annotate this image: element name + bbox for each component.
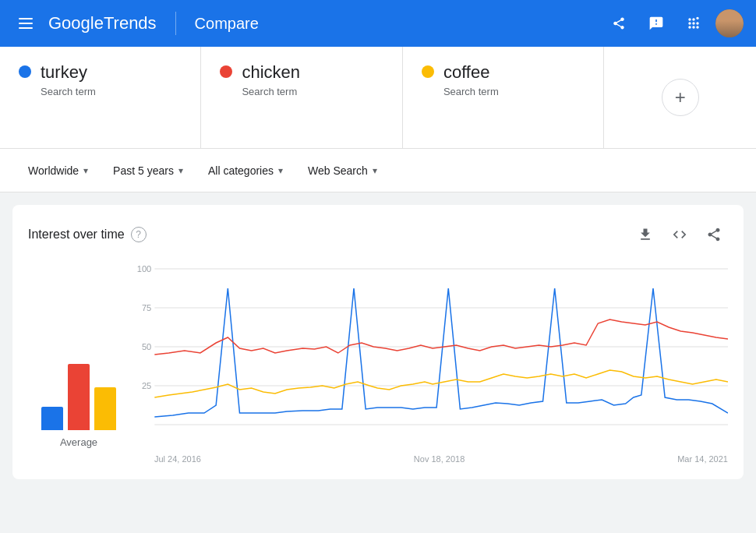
trend-chart: 100 75 50 25 <box>129 261 728 448</box>
chart-area: Average 100 75 50 25 <box>28 261 728 464</box>
chicken-dot <box>220 65 232 78</box>
search-terms-bar: turkey Search term chicken Search term c… <box>0 47 756 149</box>
chart-graph: 100 75 50 25 Jul 24, 2016 Nov 18, 2018 M… <box>129 261 728 464</box>
turkey-type: Search term <box>41 86 96 97</box>
chart-header: Interest over time ? <box>28 221 728 249</box>
svg-rect-1 <box>19 23 33 24</box>
coffee-type: Search term <box>443 86 499 97</box>
filters-bar: Worldwide ▾ Past 5 years ▾ All categorie… <box>0 149 756 192</box>
menu-icon[interactable] <box>12 9 39 39</box>
share-chart-button[interactable] <box>700 221 728 249</box>
logo-google: Google <box>48 13 104 34</box>
chicken-info: chicken Search term <box>242 62 300 97</box>
search-type-filter-chevron: ▾ <box>373 165 377 176</box>
region-filter-chevron: ▾ <box>83 165 88 176</box>
chicken-name: chicken <box>242 62 300 83</box>
avatar[interactable] <box>715 9 744 37</box>
chart-legend: Average <box>28 352 129 464</box>
coffee-info: coffee Search term <box>443 62 499 97</box>
svg-text:50: 50 <box>142 342 151 351</box>
feedback-button[interactable] <box>641 8 672 39</box>
search-type-filter[interactable]: Web Search ▾ <box>299 158 387 183</box>
svg-rect-2 <box>19 27 33 29</box>
x-label-1: Jul 24, 2016 <box>154 454 201 464</box>
x-label-2: Nov 18, 2018 <box>414 454 465 464</box>
header-divider <box>175 12 176 35</box>
region-filter[interactable]: Worldwide ▾ <box>19 158 97 183</box>
legend-label: Average <box>60 436 97 448</box>
svg-rect-0 <box>19 18 33 19</box>
apps-button[interactable] <box>678 8 709 39</box>
search-term-coffee[interactable]: coffee Search term <box>403 47 604 148</box>
legend-bar-turkey <box>41 407 63 430</box>
time-filter-label: Past 5 years <box>113 164 174 177</box>
chart-title-row: Interest over time ? <box>28 227 147 242</box>
category-filter-chevron: ▾ <box>278 165 283 176</box>
time-filter-chevron: ▾ <box>178 165 183 176</box>
help-icon[interactable]: ? <box>131 227 147 242</box>
x-axis-labels: Jul 24, 2016 Nov 18, 2018 Mar 14, 2021 <box>129 451 728 464</box>
chart-section: Interest over time ? <box>12 205 744 479</box>
category-filter[interactable]: All categories ▾ <box>199 158 292 183</box>
share-button[interactable] <box>603 8 634 39</box>
x-label-3: Mar 14, 2021 <box>677 454 728 464</box>
legend-bar-chicken <box>68 364 90 430</box>
legend-bars <box>41 352 116 430</box>
search-term-turkey[interactable]: turkey Search term <box>0 47 201 148</box>
chart-actions <box>631 221 728 249</box>
add-term-cell[interactable]: + <box>604 47 756 148</box>
legend-bar-coffee <box>94 387 116 430</box>
svg-text:75: 75 <box>142 303 151 312</box>
logo: Google Trends <box>48 13 157 34</box>
time-filter[interactable]: Past 5 years ▾ <box>104 158 193 183</box>
category-filter-label: All categories <box>208 164 274 177</box>
turkey-dot <box>19 65 31 78</box>
chicken-line <box>154 319 728 355</box>
svg-text:100: 100 <box>137 264 152 274</box>
header: Google Trends Compare <box>0 0 756 47</box>
chicken-type: Search term <box>242 86 300 97</box>
coffee-dot <box>422 65 434 78</box>
turkey-info: turkey Search term <box>41 62 96 97</box>
download-button[interactable] <box>631 221 659 249</box>
search-type-filter-label: Web Search <box>308 164 368 177</box>
embed-button[interactable] <box>666 221 694 249</box>
search-term-chicken[interactable]: chicken Search term <box>201 47 402 148</box>
svg-text:25: 25 <box>142 381 151 390</box>
chart-title: Interest over time <box>28 228 125 242</box>
main-content: Interest over time ? <box>0 192 756 492</box>
add-term-button[interactable]: + <box>662 79 699 116</box>
header-icons <box>603 8 744 39</box>
logo-trends: Trends <box>104 13 157 34</box>
page-title: Compare <box>195 15 259 33</box>
turkey-name: turkey <box>41 62 96 83</box>
coffee-name: coffee <box>443 62 499 83</box>
region-filter-label: Worldwide <box>28 164 79 177</box>
